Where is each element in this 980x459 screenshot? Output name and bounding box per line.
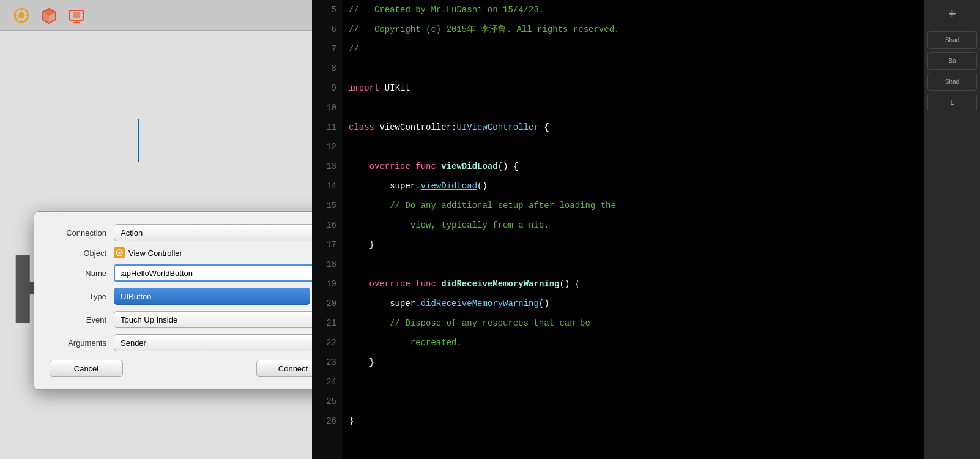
code-close-brace1: }	[349, 240, 374, 250]
connection-dialog: Connection Action ⌃⌄ Object	[34, 211, 312, 390]
connection-label: Connection	[50, 228, 114, 237]
line-num-20: 20	[312, 294, 343, 313]
screen-icon[interactable]	[67, 6, 86, 24]
view-controller-icon	[114, 247, 125, 258]
line-numbers: 5 6 7 8 9 10 11 12 13 14 15 16 17 18 19 …	[312, 0, 343, 459]
line-num-16: 16	[312, 215, 343, 235]
event-select[interactable]: Touch Up Inside ⌃⌄	[114, 311, 312, 328]
code-indent3	[349, 279, 369, 289]
cancel-button[interactable]: Cancel	[50, 360, 123, 377]
code-line-8	[343, 59, 924, 78]
code-space3	[436, 279, 441, 289]
code-super-vdl: viewDidLoad	[421, 181, 477, 191]
code-vc-name: ViewController:	[374, 122, 456, 132]
code-func2: func	[415, 279, 436, 289]
object-row: Object View Controller	[50, 247, 312, 258]
code-content: // Created by Mr.LuDashi on 15/4/23. // …	[343, 0, 924, 459]
code-space2	[436, 162, 441, 171]
code-line-15: // Do any additional setup after loading…	[343, 196, 924, 215]
line-num-24: 24	[312, 372, 343, 392]
code-vdl-func: viewDidLoad	[441, 162, 497, 171]
code-memory-func: didReceiveMemoryWarning	[441, 279, 559, 289]
right-label-shad2[interactable]: Shad	[927, 73, 977, 91]
right-label-shad1[interactable]: Shad	[927, 31, 977, 49]
line-num-21: 21	[312, 313, 343, 333]
code-final-brace: }	[349, 416, 354, 426]
connection-value: Action	[121, 228, 143, 237]
right-label-ba[interactable]: Ba	[927, 52, 977, 70]
event-label: Event	[50, 315, 114, 324]
code-comment-do: // Do any additional setup after loading…	[349, 201, 616, 211]
code-class-kw: class	[349, 122, 374, 132]
line-num-15: 15	[312, 196, 343, 215]
code-line-11: class ViewController: UIViewController {	[343, 118, 924, 137]
code-func-kw-space	[410, 162, 415, 171]
line-num-25: 25	[312, 392, 343, 411]
code-line-7: //	[343, 39, 924, 59]
name-row: Name	[50, 264, 312, 282]
line-num-5: 5	[312, 0, 343, 20]
code-line-5: // Created by Mr.LuDashi on 15/4/23.	[343, 0, 924, 20]
code-close-brace2: }	[349, 357, 374, 367]
code-paren3: () {	[559, 279, 580, 289]
code-line-26: }	[343, 411, 924, 431]
code-import: import	[349, 83, 379, 93]
dialog-buttons: Cancel Connect	[50, 360, 312, 377]
arguments-control: Sender ⌃⌄	[114, 334, 312, 351]
code-line-9: import UIKit	[343, 78, 924, 98]
code-func-space2	[410, 279, 415, 289]
connection-select[interactable]: Action ⌃⌄	[114, 224, 312, 241]
type-label: Type	[50, 292, 114, 301]
arguments-select[interactable]: Sender ⌃⌄	[114, 334, 312, 351]
object-label: Object	[50, 248, 114, 258]
ib-toolbar	[0, 0, 312, 31]
code-line-20: super. didReceiveMemoryWarning ()	[343, 294, 924, 313]
circle-icon[interactable]	[12, 6, 31, 24]
type-select[interactable]: UIButton	[114, 288, 310, 305]
right-panel: + Shad Ba Shad L	[924, 0, 980, 459]
line-num-26: 26	[312, 411, 343, 431]
code-line-6: // Copyright (c) 2015年 李泽鲁. All rights r…	[343, 20, 924, 39]
svg-point-15	[118, 252, 121, 254]
line-num-18: 18	[312, 255, 343, 274]
code-line-12	[343, 137, 924, 157]
line-num-22: 22	[312, 333, 343, 353]
connection-control: Action ⌃⌄	[114, 224, 312, 241]
line-num-6: 6	[312, 20, 343, 39]
code-line-16: view, typically from a nib.	[343, 215, 924, 235]
code-comment-created: // Created by Mr.LuDashi on 15/4/23.	[349, 5, 544, 15]
code-line-13: override func viewDidLoad () {	[343, 157, 924, 176]
right-label-l[interactable]: L	[927, 94, 977, 111]
code-line-19: override func didReceiveMemoryWarning ()…	[343, 274, 924, 294]
code-comment-recreated: recreated.	[349, 338, 462, 348]
code-comment-dispose: // Dispose of any resources that can be	[349, 318, 590, 328]
code-indent4: super.	[349, 299, 421, 308]
type-control: UIButton ▼	[114, 288, 312, 305]
code-line-21: // Dispose of any resources that can be	[343, 313, 924, 333]
name-input[interactable]	[114, 264, 312, 282]
code-line-18	[343, 255, 924, 274]
code-override-kw: override	[369, 162, 410, 171]
code-line-24	[343, 372, 924, 392]
arguments-row: Arguments Sender ⌃⌄	[50, 334, 312, 351]
connect-button[interactable]: Connect	[256, 360, 312, 377]
code-super-memory: didReceiveMemoryWarning	[421, 299, 539, 308]
name-control	[114, 264, 312, 282]
name-label: Name	[50, 269, 114, 278]
svg-point-1	[18, 12, 24, 18]
ib-panel: H Connection Action ⌃⌄ Object	[0, 0, 312, 459]
arguments-label: Arguments	[50, 338, 114, 348]
line-num-23: 23	[312, 353, 343, 372]
code-paren4: ()	[539, 299, 549, 308]
code-brace-open: {	[539, 122, 549, 132]
line-num-13: 13	[312, 157, 343, 176]
cube-icon[interactable]	[40, 6, 58, 24]
code-uikit: UIKit	[379, 83, 410, 93]
code-comment-slash: //	[349, 44, 359, 54]
code-line-23: }	[343, 353, 924, 372]
cursor-line	[138, 119, 139, 162]
code-line-25	[343, 392, 924, 411]
event-value: Touch Up Inside	[121, 315, 177, 324]
add-button[interactable]: +	[927, 6, 977, 22]
code-editor: 5 6 7 8 9 10 11 12 13 14 15 16 17 18 19 …	[312, 0, 924, 459]
